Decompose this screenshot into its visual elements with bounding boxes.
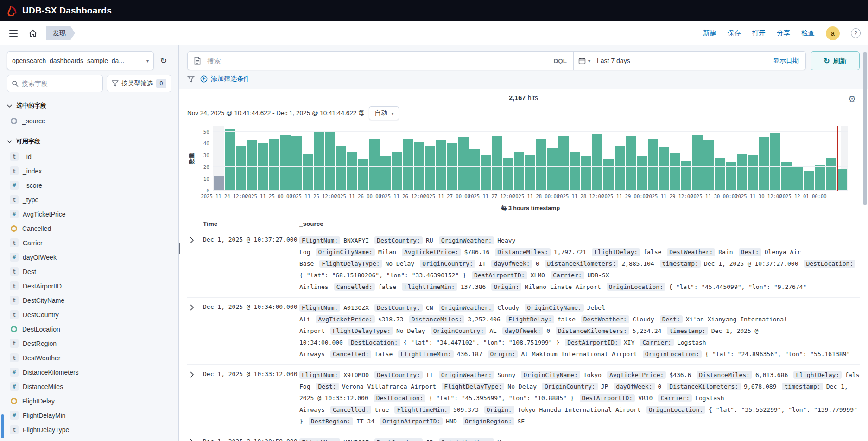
refresh-button[interactable]: ↻ 刷新 [811, 51, 860, 70]
field-key-chip[interactable]: FlightNum: [299, 438, 340, 441]
field-key-chip[interactable]: Carrier: [658, 394, 692, 402]
field-key-chip[interactable]: OriginWeather: [439, 438, 494, 441]
histogram-bar[interactable] [648, 139, 658, 191]
available-fields-header[interactable]: 可用字段 [7, 137, 171, 146]
field-key-chip[interactable]: Dest: [660, 315, 683, 323]
field-item-carrier[interactable]: tCarrier [7, 236, 171, 250]
sidebar-scrollbar-thumb[interactable] [1, 414, 4, 438]
histogram-bar[interactable] [659, 147, 669, 191]
field-key-chip[interactable]: DistanceKilometers: [545, 260, 619, 268]
histogram-bar[interactable] [581, 156, 591, 191]
field-item-cancelled[interactable]: Cancelled [7, 221, 171, 236]
histogram-bar[interactable] [291, 136, 302, 191]
histogram-bar[interactable] [369, 139, 380, 191]
histogram-bar[interactable] [615, 146, 625, 191]
field-key-chip[interactable]: DestLocation: [374, 394, 426, 402]
field-key-chip[interactable]: DistanceKilometers: [667, 383, 741, 390]
field-key-chip[interactable]: DistanceMiles: [409, 315, 465, 323]
field-key-chip[interactable]: FlightTimeMin: [398, 350, 454, 358]
saved-query-button[interactable] [188, 52, 207, 70]
histogram-bar[interactable] [837, 169, 847, 191]
nav-link-1[interactable]: 保存 [728, 29, 741, 38]
field-item-flightdelaymin[interactable]: #FlightDelayMin [7, 408, 171, 422]
field-key-chip[interactable]: dayOfWeek: [491, 260, 532, 268]
histogram-bar[interactable] [815, 165, 825, 191]
histogram-bar[interactable] [748, 155, 758, 191]
field-item-avgticketprice[interactable]: #AvgTicketPrice [7, 207, 171, 221]
histogram-bar[interactable] [436, 140, 446, 191]
histogram-bar[interactable] [804, 171, 814, 191]
field-item-destairportid[interactable]: tDestAirportID [7, 279, 171, 293]
datepicker-quick-menu-button[interactable]: ▾ [574, 52, 595, 70]
field-key-chip[interactable]: OriginCityName: [316, 248, 374, 256]
field-item-_id[interactable]: t_id [7, 149, 171, 164]
histogram-bar[interactable] [269, 139, 279, 191]
field-item-_index[interactable]: t_index [7, 164, 171, 178]
field-item-source[interactable]: _source [7, 114, 171, 128]
help-icon[interactable]: ? [851, 28, 861, 38]
expand-row-button[interactable] [187, 302, 203, 361]
field-key-chip[interactable]: DistanceKilometers: [556, 327, 629, 335]
field-key-chip[interactable]: Origin: [484, 406, 514, 414]
histogram-bar[interactable] [447, 143, 457, 191]
field-key-chip[interactable]: Carrier: [551, 271, 584, 279]
nav-link-0[interactable]: 新建 [703, 29, 716, 38]
field-key-chip[interactable]: DestWeather: [581, 315, 629, 323]
field-key-chip[interactable]: DestLocation: [804, 260, 855, 268]
histogram-bar[interactable] [481, 155, 491, 191]
sidebar-resize-handle[interactable] [177, 243, 181, 254]
field-item-dest[interactable]: tDest [7, 264, 171, 279]
field-key-chip[interactable]: OriginCountry: [431, 327, 487, 335]
field-item-flightdelaytype[interactable]: tFlightDelayType [7, 422, 171, 437]
histogram-bar[interactable] [425, 146, 435, 191]
chart-plot-area[interactable]: 01020304050 [213, 126, 848, 191]
field-key-chip[interactable]: FlightDelay: [793, 371, 842, 379]
dql-toggle[interactable]: DQL [547, 58, 574, 64]
field-key-chip[interactable]: OriginCountry: [420, 260, 475, 268]
field-key-chip[interactable]: AvgTicketPrice: [402, 248, 461, 256]
field-item-distancemiles[interactable]: #DistanceMiles [7, 379, 171, 394]
histogram-bar[interactable] [469, 149, 480, 191]
histogram-bar[interactable] [770, 133, 780, 191]
field-key-chip[interactable]: FlightNum: [299, 236, 340, 244]
histogram-bar[interactable] [692, 135, 703, 191]
field-key-chip[interactable]: DestCountry: [374, 371, 423, 379]
nav-link-2[interactable]: 打开 [752, 29, 766, 38]
histogram-bar[interactable] [336, 146, 346, 191]
field-key-chip[interactable]: DestAirportID: [565, 339, 621, 346]
show-dates-link[interactable]: 显示日期 [773, 57, 805, 65]
add-filter-link[interactable]: 添加筛选条件 [200, 75, 250, 83]
menu-button[interactable] [7, 28, 19, 38]
histogram-bar[interactable] [592, 134, 602, 191]
field-item-_score[interactable]: #_score [7, 178, 171, 192]
field-key-chip[interactable]: OriginLocation: [643, 350, 702, 358]
histogram-bar[interactable] [681, 161, 691, 191]
field-key-chip[interactable]: DestAirportID: [472, 271, 527, 279]
histogram-bar[interactable] [670, 153, 680, 191]
histogram-bar[interactable] [603, 159, 614, 191]
field-key-chip[interactable]: Cancelled: [334, 283, 375, 291]
nav-link-4[interactable]: 检查 [801, 29, 815, 38]
nav-link-3[interactable]: 分享 [777, 29, 790, 38]
field-key-chip[interactable]: Cancelled: [330, 350, 371, 358]
histogram-bar[interactable] [715, 158, 725, 191]
breadcrumb-discover[interactable]: 发现 [46, 26, 75, 40]
histogram-bar[interactable] [536, 139, 546, 191]
histogram-bar[interactable] [225, 129, 235, 191]
field-item-_type[interactable]: t_type [7, 192, 171, 207]
field-key-chip[interactable]: FlightDelay: [592, 248, 640, 256]
field-key-chip[interactable]: Origin: [488, 350, 518, 358]
field-key-chip[interactable]: AvgTicketPrice: [607, 371, 666, 379]
field-key-chip[interactable]: OriginAirportID: [380, 417, 443, 425]
field-key-chip[interactable]: timestamp: [660, 260, 701, 268]
field-key-chip[interactable]: DestWeather: [667, 248, 715, 256]
time-range-label[interactable]: Last 7 days [597, 57, 630, 64]
field-type-filter-button[interactable]: 按类型筛选 0 [107, 75, 172, 92]
histogram-bar[interactable] [280, 135, 291, 191]
field-key-chip[interactable]: FlightTimeMin: [402, 283, 457, 291]
histogram-bar[interactable] [759, 137, 769, 191]
field-key-chip[interactable]: FlightNum: [299, 304, 340, 312]
histogram-bar[interactable] [503, 158, 513, 191]
field-key-chip[interactable]: DestCountry: [374, 304, 423, 312]
histogram-bar[interactable] [826, 158, 836, 191]
